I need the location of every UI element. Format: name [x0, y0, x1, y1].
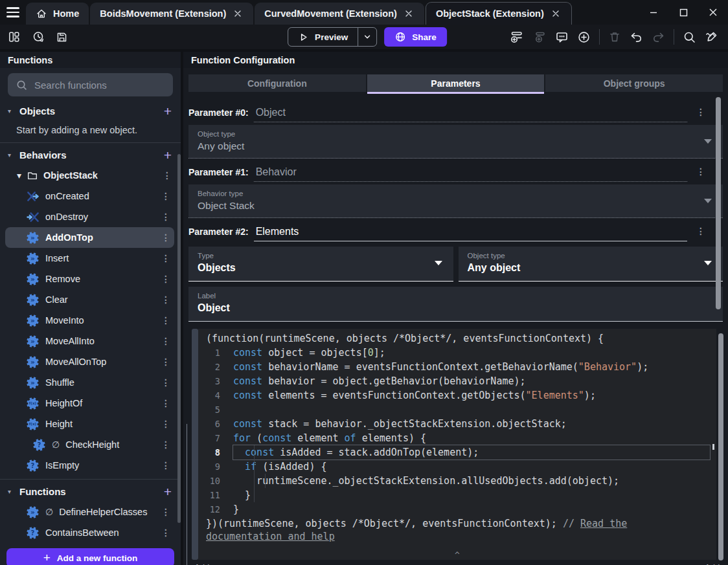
share-button[interactable]: Share: [384, 27, 447, 47]
function-menu-icon[interactable]: ⋮: [161, 253, 170, 263]
function-item-isempty[interactable]: ?IsEmpty⋮: [5, 455, 174, 476]
parameter-1-name-input[interactable]: Behavior: [254, 166, 687, 182]
tab-configuration[interactable]: Configuration: [188, 74, 366, 92]
chevron-down-icon[interactable]: ▾: [8, 107, 14, 115]
function-item-containsbetween[interactable]: ?ContainsBetween⋮: [5, 522, 174, 543]
code-line-10[interactable]: 10 runtimeScene._objectStackExtension.al…: [198, 474, 716, 488]
function-item-moveallinto[interactable]: »MoveAllInto⋮: [5, 331, 174, 351]
parameter-2-type-select[interactable]: Type Objects: [188, 247, 453, 282]
section-behaviors[interactable]: ▾ Behaviors +: [0, 144, 181, 165]
tab-parameters[interactable]: Parameters: [367, 74, 545, 92]
code-line-4[interactable]: 4const elements = eventsFunctionContext.…: [198, 388, 716, 403]
minimize-button[interactable]: [639, 0, 668, 25]
function-item-ondestroy[interactable]: onDestroy⋮: [5, 206, 174, 227]
function-item-shuffle[interactable]: »Shuffle⋮: [5, 372, 174, 393]
code-line-1[interactable]: 1const object = objects[0];: [198, 346, 716, 360]
add-behavior-button[interactable]: +: [164, 148, 172, 162]
function-item-checkheight[interactable]: ?∅CheckHeight⋮: [5, 434, 174, 455]
undo-icon[interactable]: [630, 30, 643, 44]
function-item-insert[interactable]: »Insert⋮: [5, 248, 174, 269]
search-functions-box[interactable]: [8, 73, 173, 96]
parameter-1-menu-icon[interactable]: ⋮: [696, 166, 705, 177]
section-functions[interactable]: ▾ Functions +: [0, 481, 181, 502]
chevron-down-icon[interactable]: ▾: [8, 151, 14, 159]
code-line-12[interactable]: 12}: [198, 502, 716, 516]
save-icon[interactable]: [56, 31, 68, 43]
editor-scrollbar[interactable]: [718, 333, 723, 560]
tab-curvedmovement-extension[interactable]: CurvedMovement (Extension): [255, 3, 424, 25]
function-item-definehelperclasses[interactable]: »∅DefineHelperClasses⋮: [5, 502, 174, 522]
tab-object-groups[interactable]: Object groups: [545, 74, 723, 92]
function-menu-icon[interactable]: ⋮: [161, 398, 170, 408]
parameter-2-menu-icon[interactable]: ⋮: [696, 226, 705, 236]
close-tab-icon[interactable]: [232, 8, 244, 19]
chevron-down-icon[interactable]: ▾: [17, 170, 21, 181]
function-menu-icon[interactable]: ⋮: [161, 419, 170, 429]
code-line-7[interactable]: 7for (const element of elements) {: [198, 431, 716, 445]
edit-events-icon[interactable]: [705, 30, 719, 44]
function-item-height[interactable]: f(x)Height⋮: [5, 414, 174, 434]
close-window-button[interactable]: [698, 0, 728, 25]
maximize-button[interactable]: [668, 0, 698, 25]
preview-dropdown-button[interactable]: [358, 28, 376, 46]
search-functions-input[interactable]: [34, 80, 165, 91]
add-new-function-button[interactable]: + Add a new function: [6, 548, 174, 565]
editor-left-strip[interactable]: [192, 329, 198, 560]
function-menu-icon[interactable]: ⋮: [161, 377, 170, 388]
add-comment-icon[interactable]: [555, 30, 569, 44]
parameter-2-label-field[interactable]: Label Object: [188, 287, 723, 322]
folder-menu-icon[interactable]: ⋮: [163, 170, 172, 181]
code-line-6[interactable]: 6const stack = behavior._objectStackExte…: [198, 417, 716, 431]
parameter-2-object-type-select[interactable]: Object type Any object: [459, 247, 723, 282]
code-line-3[interactable]: 3const behavior = object.getBehavior(beh…: [198, 374, 716, 388]
function-menu-icon[interactable]: ⋮: [161, 294, 170, 305]
close-tab-icon[interactable]: [403, 8, 415, 19]
code-line-11[interactable]: 11 }: [198, 488, 716, 502]
parameter-2-name-input[interactable]: Elements: [254, 226, 687, 241]
add-circle-icon[interactable]: [577, 30, 591, 44]
sidebar-scrollbar[interactable]: [177, 154, 181, 523]
section-objects[interactable]: ▾ Objects +: [0, 100, 181, 121]
function-menu-icon[interactable]: ⋮: [161, 527, 170, 538]
function-menu-icon[interactable]: ⋮: [161, 274, 170, 284]
close-tab-icon[interactable]: [550, 8, 562, 19]
chevron-down-icon[interactable]: ▾: [8, 488, 14, 495]
editor-code-area[interactable]: (function(runtimeScene, objects /*Object…: [198, 329, 716, 560]
tab-boidsmovement-extension[interactable]: BoidsMovement (Extension): [90, 3, 253, 25]
parameter-0-menu-icon[interactable]: ⋮: [696, 107, 705, 117]
function-menu-icon[interactable]: ⋮: [161, 212, 170, 222]
panels-icon[interactable]: [8, 30, 21, 43]
add-event-icon[interactable]: [510, 30, 524, 44]
function-item-remove[interactable]: »Remove⋮: [5, 269, 174, 289]
tab-home[interactable]: Home: [26, 3, 89, 25]
behavior-folder-objectstack[interactable]: ▾ ObjectStack ⋮: [0, 165, 181, 186]
js-code-editor[interactable]: (function(runtimeScene, objects /*Object…: [192, 329, 716, 560]
parameter-1-behavior-type-select[interactable]: Behavior type Object Stack: [188, 184, 723, 218]
function-item-heightof[interactable]: f(x)HeightOf⋮: [5, 393, 174, 414]
function-menu-icon[interactable]: ⋮: [161, 460, 170, 471]
parameters-scrollbar[interactable]: [716, 97, 721, 309]
function-menu-icon[interactable]: ⋮: [161, 191, 170, 201]
function-item-addontop[interactable]: »AddOnTop⋮: [5, 227, 174, 248]
function-menu-icon[interactable]: ⋮: [161, 507, 170, 517]
code-line-5[interactable]: 5: [198, 403, 716, 417]
parameter-0-object-type-select[interactable]: Object type Any object: [188, 125, 723, 159]
search-icon[interactable]: [683, 30, 696, 44]
function-item-oncreated[interactable]: onCreated⋮: [5, 186, 174, 206]
function-menu-icon[interactable]: ⋮: [161, 232, 170, 243]
main-menu-icon[interactable]: [0, 0, 26, 25]
code-line-9[interactable]: 9 if (isAdded) {: [198, 460, 716, 474]
code-line-2[interactable]: 2const behaviorName = eventsFunctionCont…: [198, 360, 716, 374]
function-menu-icon[interactable]: ⋮: [161, 315, 170, 326]
history-icon[interactable]: [32, 30, 45, 43]
function-menu-icon[interactable]: ⋮: [161, 439, 170, 450]
function-menu-icon[interactable]: ⋮: [161, 336, 170, 346]
function-menu-icon[interactable]: ⋮: [161, 357, 170, 367]
preview-button[interactable]: Preview: [288, 27, 377, 47]
function-item-clear[interactable]: »Clear⋮: [5, 289, 174, 310]
documentation-link-line2[interactable]: documentation and help: [198, 531, 716, 542]
documentation-link[interactable]: Read the: [580, 518, 627, 529]
add-object-button[interactable]: +: [164, 104, 172, 118]
code-line-8[interactable]: 8 const isAdded = stack.addOnTop(element…: [198, 445, 716, 460]
parameter-0-name-input[interactable]: Object: [254, 107, 687, 122]
